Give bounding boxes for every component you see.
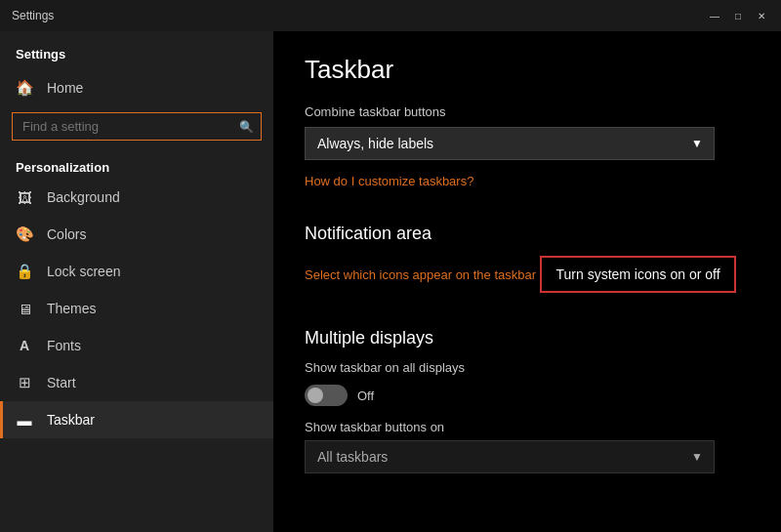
minimize-button[interactable]: — [707,8,722,23]
app-title: Settings [12,9,54,22]
search-icon: 🔍 [239,120,254,134]
sidebar-item-taskbar-label: Taskbar [47,412,95,428]
combine-dropdown-container: Always, hide labels When taskbar is full… [305,127,715,160]
show-buttons-dropdown[interactable]: All taskbars Main taskbar and taskbar wh… [305,440,715,473]
system-icons-text: Turn system icons on or off [555,266,719,282]
sidebar-item-home[interactable]: 🏠 Home [0,69,273,106]
sidebar-item-themes-label: Themes [47,301,97,316]
show-all-toggle-row: Off [305,385,750,406]
sidebar-item-home-label: Home [47,80,83,96]
search-box: 🔍 [12,112,262,141]
sidebar-item-fonts[interactable]: A Fonts [0,327,273,364]
page-title: Taskbar [305,55,750,85]
sidebar-item-colors[interactable]: 🎨 Colors [0,216,273,253]
close-button[interactable]: ✕ [754,8,769,23]
sidebar-item-background[interactable]: 🖼 Background [0,179,273,216]
sidebar-item-taskbar[interactable]: ▬ Taskbar [0,401,273,438]
toggle-thumb [308,388,323,403]
window-controls: — □ ✕ [707,8,769,23]
main-panel: Taskbar Combine taskbar buttons Always, … [273,31,781,532]
sidebar-item-start[interactable]: ⊞ Start [0,364,273,401]
multiple-displays-heading: Multiple displays [305,328,750,348]
background-icon: 🖼 [16,188,33,206]
show-buttons-dropdown-container: All taskbars Main taskbar and taskbar wh… [305,440,715,473]
toggle-state-label: Off [357,389,374,403]
sidebar-item-background-label: Background [47,189,120,205]
lock-screen-icon: 🔒 [16,263,33,280]
sidebar-item-lock-screen[interactable]: 🔒 Lock screen [0,253,273,290]
colors-icon: 🎨 [16,225,33,243]
sidebar: Settings 🏠 Home 🔍 Personalization 🖼 Back… [0,31,273,532]
combine-dropdown[interactable]: Always, hide labels When taskbar is full… [305,127,715,160]
fonts-icon: A [16,337,33,354]
category-label: Personalization [0,152,273,179]
select-icons-link[interactable]: Select which icons appear on the taskbar [305,267,536,282]
app-body: Settings 🏠 Home 🔍 Personalization 🖼 Back… [0,31,781,532]
start-icon: ⊞ [16,374,33,391]
maximize-button[interactable]: □ [730,8,746,23]
system-icons-button[interactable]: Turn system icons on or off [540,256,735,293]
show-all-displays-label: Show taskbar on all displays [305,360,750,375]
title-bar: Settings — □ ✕ [0,0,781,31]
show-buttons-label: Show taskbar buttons on [305,420,750,434]
search-input[interactable] [12,112,262,141]
notification-area-heading: Notification area [305,224,750,244]
show-all-toggle[interactable] [305,385,348,406]
taskbar-icon: ▬ [16,411,33,429]
sidebar-item-start-label: Start [47,375,76,390]
sidebar-item-lock-screen-label: Lock screen [47,264,120,279]
sidebar-item-themes[interactable]: 🖥 Themes [0,290,273,327]
combine-label: Combine taskbar buttons [305,104,750,119]
app-name: Settings [0,31,273,69]
home-icon: 🏠 [16,79,33,97]
sidebar-item-fonts-label: Fonts [47,338,81,353]
customize-link[interactable]: How do I customize taskbars? [305,174,473,188]
sidebar-item-colors-label: Colors [47,226,86,242]
themes-icon: 🖥 [16,300,33,317]
